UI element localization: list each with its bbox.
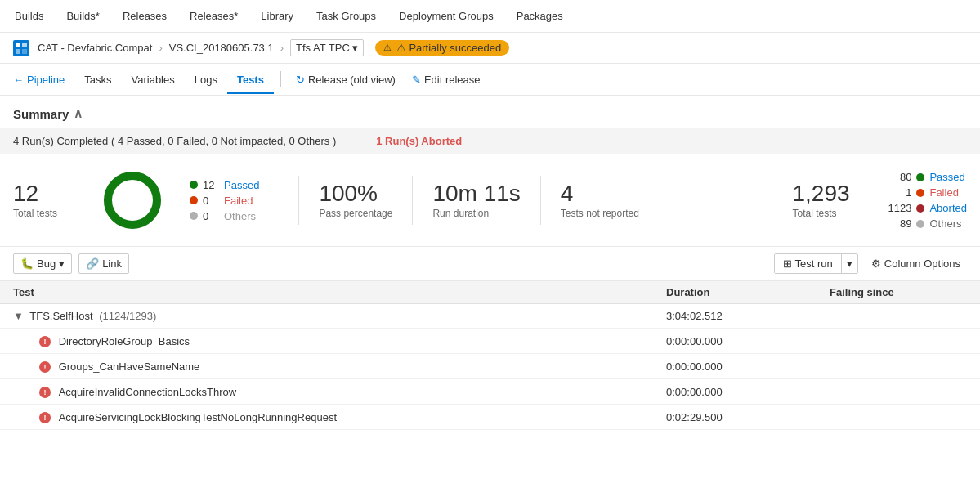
right-passed-label[interactable]: Passed xyxy=(929,171,964,183)
total-tests-value: 12 xyxy=(13,181,38,207)
donut-chart xyxy=(100,168,165,233)
test-name-cell: ! DirectoryRoleGroup_Basics xyxy=(0,329,653,354)
nav-task-groups[interactable]: Task Groups xyxy=(315,2,378,30)
warning-icon: ⚠ xyxy=(383,43,392,53)
test-run-group: ⊞ Test run ▾ xyxy=(774,253,858,274)
stats-left: 4 Run(s) Completed ( 4 Passed, 0 Failed,… xyxy=(13,135,336,147)
right-failed-dot xyxy=(916,189,924,197)
left-legend: 12 Passed 0 Failed 0 Others xyxy=(190,179,259,222)
test-name[interactable]: Groups_CanHaveSameName xyxy=(59,360,200,373)
run-duration-block: 10m 11s Run duration xyxy=(432,181,520,220)
right-others-label[interactable]: Others xyxy=(929,217,961,230)
svg-rect-0 xyxy=(16,43,20,47)
tab-tasks[interactable]: Tasks xyxy=(74,67,121,94)
nav-library[interactable]: Library xyxy=(259,2,295,30)
pipeline-back-button[interactable]: ← Pipeline xyxy=(13,74,65,86)
test-name[interactable]: AcquireServicingLockBlockingTestNoLongRu… xyxy=(59,411,337,423)
breadcrumb-project[interactable]: CAT - Devfabric.Compat xyxy=(38,42,152,54)
col-failing-since: Failing since xyxy=(817,281,980,304)
right-legend-passed: 80 Passed xyxy=(882,171,967,183)
refresh-icon: ↻ xyxy=(296,74,305,86)
group-duration: 3:04:02.512 xyxy=(653,304,817,329)
pipeline-label: Pipeline xyxy=(27,74,65,86)
tests-not-reported-label: Tests not reported xyxy=(561,208,639,219)
nav-builds-star[interactable]: Builds* xyxy=(65,2,101,30)
column-options-icon: ⚙ xyxy=(871,257,881,270)
test-duration: 0:00:00.000 xyxy=(653,379,817,405)
total-tests-label: Total tests xyxy=(13,208,57,219)
bug-icon: 🐛 xyxy=(20,257,34,270)
column-options-button[interactable]: ⚙ Column Options xyxy=(865,254,967,273)
test-name[interactable]: DirectoryRoleGroup_Basics xyxy=(59,335,190,347)
test-failing-since xyxy=(817,379,980,405)
test-table: Test Duration Failing since ▼ TFS.SelfHo… xyxy=(0,281,980,430)
test-duration: 0:02:29.500 xyxy=(653,405,817,430)
test-run-button[interactable]: ⊞ Test run xyxy=(775,254,841,273)
right-passed-count: 80 xyxy=(882,171,911,183)
bug-button[interactable]: 🐛 Bug ▾ xyxy=(13,253,72,274)
right-passed-dot xyxy=(916,173,924,181)
metric-divider-1 xyxy=(298,176,299,225)
release-old-view-label: Release (old view) xyxy=(308,74,396,86)
nav-builds[interactable]: Builds xyxy=(13,2,45,30)
status-badge: ⚠ ⚠ Partially succeeded xyxy=(375,40,509,56)
summary-toggle[interactable]: ∧ xyxy=(74,106,83,121)
svg-rect-1 xyxy=(22,43,27,47)
test-table-container: Test Duration Failing since ▼ TFS.SelfHo… xyxy=(0,281,980,430)
test-failing-since xyxy=(817,329,980,354)
environment-dropdown[interactable]: Tfs AT TPC ▾ xyxy=(290,39,364,56)
failed-label[interactable]: Failed xyxy=(224,195,253,207)
right-aborted-label[interactable]: Aborted xyxy=(929,202,967,214)
tab-tests[interactable]: Tests xyxy=(227,67,274,94)
metrics-row: 12 Total tests 12 Passed 0 Failed 0 Othe… xyxy=(0,154,980,247)
test-duration: 0:00:00.000 xyxy=(653,354,817,379)
svg-rect-3 xyxy=(22,49,27,54)
test-run-dropdown[interactable]: ▾ xyxy=(841,254,857,273)
nav-releases-star[interactable]: Releases* xyxy=(188,2,239,30)
test-failing-since xyxy=(817,405,980,430)
test-name-cell: ! AcquireServicingLockBlockingTestNoLong… xyxy=(0,405,653,430)
tests-not-reported-value: 4 xyxy=(561,181,574,207)
table-header-row: Test Duration Failing since xyxy=(0,281,980,304)
right-others-dot xyxy=(916,220,924,228)
toolbar-row: 🐛 Bug ▾ 🔗 Link ⊞ Test run ▾ ⚙ Column Opt… xyxy=(0,247,980,281)
environment-name: Tfs AT TPC xyxy=(296,42,350,54)
tab-variables[interactable]: Variables xyxy=(122,67,185,94)
right-failed-count: 1 xyxy=(882,186,911,199)
pass-percentage-block: 100% Pass percentage xyxy=(319,181,392,220)
tab-bar: ← Pipeline Tasks Variables Logs Tests ↻ … xyxy=(0,64,980,96)
legend-passed: 12 Passed xyxy=(190,179,259,191)
right-aborted-dot xyxy=(916,204,924,213)
edit-release-action[interactable]: ✎ Edit release xyxy=(404,69,489,91)
breadcrumb-sep-1: › xyxy=(159,42,162,54)
nav-packages[interactable]: Packages xyxy=(515,2,565,30)
status-text: ⚠ Partially succeeded xyxy=(396,42,501,54)
test-name-cell: ! AcquireInvalidConnectionLocksThrow xyxy=(0,379,653,405)
breadcrumb-bar: CAT - Devfabric.Compat › VS.CI_20180605.… xyxy=(0,33,980,64)
failed-count: 0 xyxy=(203,195,219,207)
others-label[interactable]: Others xyxy=(224,210,256,222)
metric-divider-2 xyxy=(412,176,413,225)
tab-logs[interactable]: Logs xyxy=(185,67,227,94)
arrow-left-icon: ← xyxy=(13,74,24,86)
collapse-icon[interactable]: ▼ xyxy=(13,310,24,322)
aborted-icon: ! xyxy=(39,387,51,398)
aborted-icon: ! xyxy=(39,412,51,423)
nav-deployment-groups[interactable]: Deployment Groups xyxy=(397,2,495,30)
run-duration-value: 10m 11s xyxy=(432,181,520,207)
link-icon: 🔗 xyxy=(86,257,99,270)
nav-releases[interactable]: Releases xyxy=(121,2,168,30)
link-button[interactable]: 🔗 Link xyxy=(78,253,129,274)
right-others-count: 89 xyxy=(882,217,911,230)
test-name[interactable]: AcquireInvalidConnectionLocksThrow xyxy=(59,386,237,398)
release-old-view-action[interactable]: ↻ Release (old view) xyxy=(288,69,404,91)
chevron-down-icon: ▾ xyxy=(352,42,358,54)
test-run-icon: ⊞ xyxy=(783,257,792,270)
col-duration: Duration xyxy=(653,281,817,304)
passed-label[interactable]: Passed xyxy=(224,179,259,191)
aborted-icon: ! xyxy=(39,336,51,347)
breadcrumb-build[interactable]: VS.CI_20180605.73.1 xyxy=(169,42,274,54)
top-nav: Builds Builds* Releases Releases* Librar… xyxy=(0,0,980,33)
right-failed-label[interactable]: Failed xyxy=(929,186,958,199)
group-name-cell: ▼ TFS.SelfHost (1124/1293) xyxy=(0,304,653,329)
